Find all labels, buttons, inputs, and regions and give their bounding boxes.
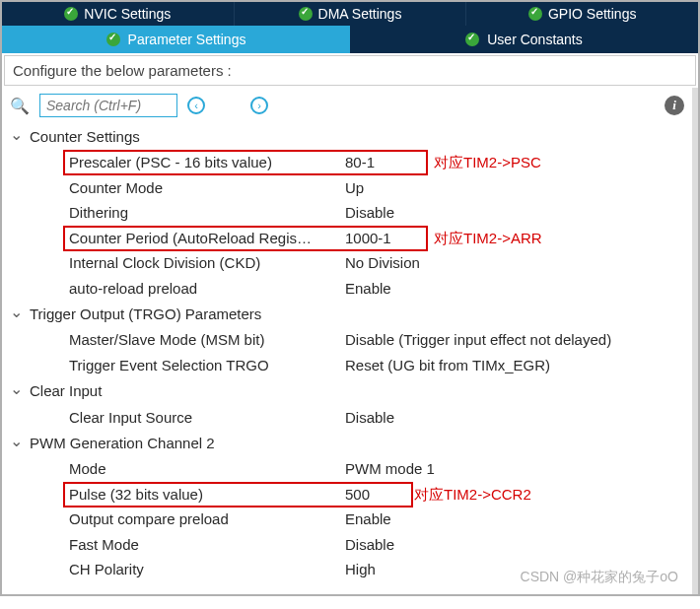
event-label: Trigger Event Selection TRGO — [69, 353, 345, 378]
polarity-value: High — [345, 557, 424, 582]
parameter-tree: Counter Settings Prescaler (PSC - 16 bit… — [2, 123, 692, 594]
tab-dma-label: DMA Settings — [318, 6, 402, 22]
row-pulse[interactable]: Pulse (32 bits value) 500 对应TIM2->CCR2 — [10, 482, 684, 508]
dithering-label: Dithering — [69, 200, 345, 226]
check-icon — [106, 33, 120, 46]
prescaler-annotation: 对应TIM2->PSC — [434, 150, 541, 175]
tab-param-label: Parameter Settings — [128, 32, 246, 47]
watermark: CSDN @种花家的兔子oO — [521, 569, 678, 586]
preload-value: Enable — [345, 276, 424, 302]
check-icon — [299, 7, 313, 21]
row-pwm-mode[interactable]: Mode PWM mode 1 — [10, 456, 684, 482]
chevron-down-icon — [10, 377, 24, 404]
chevron-down-icon — [10, 123, 24, 150]
period-annotation: 对应TIM2->ARR — [434, 226, 542, 251]
section-clear-title: Clear Input — [30, 378, 102, 404]
row-counter-mode[interactable]: Counter Mode Up — [10, 175, 684, 201]
search-input[interactable] — [39, 94, 177, 117]
section-counter[interactable]: Counter Settings — [10, 123, 684, 150]
top-tabs: NVIC Settings DMA Settings GPIO Settings — [2, 2, 698, 26]
preload-label: auto-reload preload — [69, 276, 345, 302]
section-trgo[interactable]: Trigger Output (TRGO) Parameters — [10, 301, 684, 327]
instruction-text: Configure the below parameters : — [4, 55, 696, 86]
fast-value: Disable — [345, 532, 424, 558]
search-row: 🔍 ‹ › i — [2, 88, 692, 123]
msm-value: Disable (Trigger input effect not delaye… — [345, 327, 611, 353]
chevron-down-icon — [10, 301, 24, 327]
tab-nvic-label: NVIC Settings — [84, 6, 171, 22]
pulse-annotation: 对应TIM2->CCR2 — [414, 482, 531, 508]
event-value: Reset (UG bit from TIMx_EGR) — [345, 353, 550, 378]
row-auto-reload[interactable]: auto-reload preload Enable — [10, 276, 684, 302]
polarity-label: CH Polarity — [69, 557, 345, 582]
section-clear[interactable]: Clear Input — [10, 377, 684, 404]
fast-label: Fast Mode — [69, 532, 345, 558]
info-icon[interactable]: i — [665, 96, 684, 115]
search-icon: 🔍 — [10, 97, 30, 115]
ocp-value: Enable — [345, 507, 424, 532]
row-dithering[interactable]: Dithering Disable — [10, 200, 684, 226]
tab-dma[interactable]: DMA Settings — [235, 2, 467, 26]
tab-user-label: User Constants — [487, 32, 582, 47]
check-icon — [528, 7, 542, 21]
tab-nvic[interactable]: NVIC Settings — [2, 2, 235, 26]
ocp-label: Output compare preload — [69, 507, 345, 532]
check-icon — [465, 33, 479, 46]
clear-source-value: Disable — [345, 405, 424, 431]
row-counter-period[interactable]: Counter Period (AutoReload Regis… 1000-1… — [10, 226, 684, 251]
row-prescaler[interactable]: Prescaler (PSC - 16 bits value) 80-1 对应T… — [10, 150, 684, 175]
sub-tabs: Parameter Settings User Constants — [2, 26, 698, 53]
dithering-value: Disable — [345, 200, 424, 226]
section-trgo-title: Trigger Output (TRGO) Parameters — [30, 302, 261, 327]
tab-gpio[interactable]: GPIO Settings — [466, 2, 698, 26]
chevron-down-icon — [10, 430, 24, 456]
row-fast[interactable]: Fast Mode Disable — [10, 532, 684, 558]
row-msm[interactable]: Master/Slave Mode (MSM bit) Disable (Tri… — [10, 327, 684, 353]
msm-label: Master/Slave Mode (MSM bit) — [69, 327, 345, 353]
ckd-value: No Division — [345, 250, 420, 276]
tab-gpio-label: GPIO Settings — [548, 6, 636, 22]
check-icon — [64, 7, 78, 21]
row-ckd[interactable]: Internal Clock Division (CKD) No Divisio… — [10, 250, 684, 276]
counter-mode-label: Counter Mode — [69, 175, 345, 201]
section-pwm-title: PWM Generation Channel 2 — [30, 431, 215, 456]
tab-parameter-settings[interactable]: Parameter Settings — [2, 26, 350, 53]
clear-source-label: Clear Input Source — [69, 405, 345, 431]
row-clear-source[interactable]: Clear Input Source Disable — [10, 405, 684, 431]
row-ocp[interactable]: Output compare preload Enable — [10, 507, 684, 532]
section-counter-title: Counter Settings — [30, 124, 140, 150]
next-match-button[interactable]: › — [250, 97, 268, 114]
prev-match-button[interactable]: ‹ — [187, 97, 205, 114]
pwm-mode-label: Mode — [69, 456, 345, 482]
ckd-label: Internal Clock Division (CKD) — [69, 250, 345, 276]
section-pwm[interactable]: PWM Generation Channel 2 — [10, 430, 684, 456]
scrollbar[interactable] — [692, 88, 698, 594]
counter-mode-value: Up — [345, 175, 424, 201]
tab-user-constants[interactable]: User Constants — [350, 26, 698, 53]
row-trgo-event[interactable]: Trigger Event Selection TRGO Reset (UG b… — [10, 353, 684, 378]
pwm-mode-value: PWM mode 1 — [345, 456, 435, 482]
